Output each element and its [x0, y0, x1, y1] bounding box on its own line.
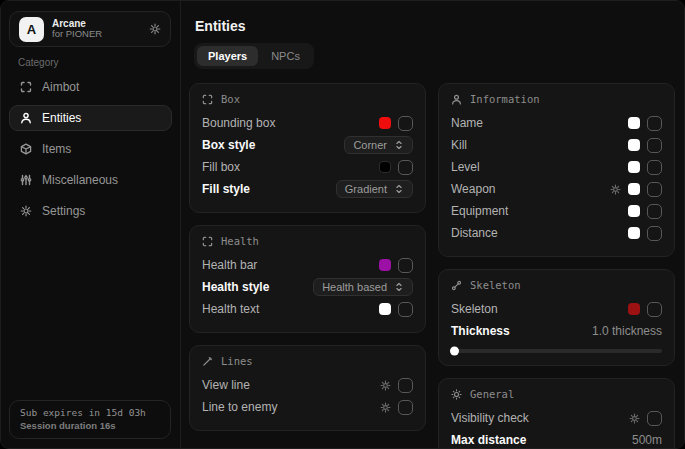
box-card: Box Bounding box Box style Corner [189, 83, 426, 213]
sidebar-item-aimbot[interactable]: Aimbot [9, 74, 172, 100]
bone-icon [451, 280, 462, 291]
setting-label: Health bar [202, 258, 257, 272]
max-distance-value: 500m [632, 433, 662, 447]
session-duration-text: Session duration 16s [20, 420, 160, 431]
main-panel: Entities Players NPCs Box Bounding box [181, 1, 684, 448]
health-card: Health Health bar Health style Health ba… [189, 225, 426, 333]
line-to-enemy-checkbox[interactable] [398, 400, 413, 415]
color-swatch[interactable] [628, 205, 640, 217]
level-checkbox[interactable] [647, 160, 662, 175]
brand-text: Arcane for PIONER [52, 18, 141, 40]
color-swatch[interactable] [628, 117, 640, 129]
health-style-dropdown[interactable]: Health based [313, 278, 413, 296]
setting-row: Level [451, 156, 662, 178]
scan-icon [19, 81, 32, 93]
left-column: Box Bounding box Box style Corner [189, 83, 426, 449]
distance-checkbox[interactable] [647, 226, 662, 241]
person-icon [451, 94, 462, 105]
tab-players[interactable]: Players [197, 46, 258, 66]
setting-row: Name [451, 112, 662, 134]
color-swatch[interactable] [379, 259, 391, 271]
sidebar-item-label: Items [42, 142, 71, 156]
card-title: Box [221, 93, 240, 105]
setting-label: Skeleton [451, 302, 498, 316]
subscription-info-card: Sub expires in 15d 03h Session duration … [9, 400, 171, 439]
sidebar-item-label: Entities [42, 111, 81, 125]
cube-icon [19, 143, 32, 155]
general-card: General Visibility check Max distance 50… [438, 378, 675, 449]
setting-row: Health bar [202, 254, 413, 276]
name-checkbox[interactable] [647, 116, 662, 131]
setting-label: Visibility check [451, 411, 529, 425]
setting-row: Skeleton [451, 298, 662, 320]
color-swatch[interactable] [628, 161, 640, 173]
setting-label: Max distance [451, 433, 526, 447]
setting-row: Thickness 1.0 thickness [451, 320, 662, 342]
setting-row: View line [202, 374, 413, 396]
color-swatch[interactable] [379, 161, 391, 173]
scan-icon [202, 94, 213, 105]
setting-row: Kill [451, 134, 662, 156]
category-label: Category [18, 57, 180, 68]
card-title: Skeleton [470, 279, 521, 291]
kill-checkbox[interactable] [647, 138, 662, 153]
health-text-checkbox[interactable] [398, 302, 413, 317]
setting-row: Health text [202, 298, 413, 320]
setting-row: Bounding box [202, 112, 413, 134]
sidebar: A Arcane for PIONER Category Aimbot Enti… [1, 1, 181, 448]
tab-npcs[interactable]: NPCs [260, 46, 311, 66]
weapon-checkbox[interactable] [647, 182, 662, 197]
setting-label: Level [451, 160, 480, 174]
gear-icon[interactable] [610, 184, 621, 195]
sidebar-item-label: Aimbot [42, 80, 79, 94]
color-swatch[interactable] [379, 303, 391, 315]
box-style-dropdown[interactable]: Corner [344, 136, 413, 154]
unfold-icon [394, 140, 404, 150]
unfold-icon [394, 282, 404, 292]
sidebar-item-miscellaneous[interactable]: Miscellaneous [9, 167, 172, 193]
slider-thumb[interactable] [450, 347, 459, 356]
dropdown-value: Gradient [345, 183, 387, 195]
fill-box-checkbox[interactable] [398, 160, 413, 175]
card-title: Lines [221, 355, 253, 367]
color-swatch[interactable] [628, 227, 640, 239]
setting-row: Fill box [202, 156, 413, 178]
visibility-check-checkbox[interactable] [647, 411, 662, 426]
skeleton-checkbox[interactable] [647, 302, 662, 317]
dropdown-value: Corner [353, 139, 387, 151]
setting-row: Visibility check [451, 407, 662, 429]
setting-label: Health text [202, 302, 259, 316]
sun-icon [451, 389, 462, 400]
settings-gear-icon[interactable] [149, 23, 161, 35]
view-line-checkbox[interactable] [398, 378, 413, 393]
sidebar-item-settings[interactable]: Settings [9, 198, 172, 224]
gear-icon[interactable] [380, 402, 391, 413]
health-bar-checkbox[interactable] [398, 258, 413, 273]
setting-label: Fill box [202, 160, 240, 174]
color-swatch[interactable] [379, 117, 391, 129]
thickness-value: 1.0 thickness [592, 324, 662, 338]
sidebar-item-items[interactable]: Items [9, 136, 172, 162]
app-logo: A [19, 17, 44, 42]
setting-label: View line [202, 378, 250, 392]
setting-label: Equipment [451, 204, 508, 218]
page-title: Entities [195, 18, 684, 34]
app-subtitle: for PIONER [52, 29, 141, 40]
setting-row: Equipment [451, 200, 662, 222]
color-swatch[interactable] [628, 139, 640, 151]
gear-icon[interactable] [629, 413, 640, 424]
bounding-box-checkbox[interactable] [398, 116, 413, 131]
information-card: Information Name Kill [438, 83, 675, 257]
pencil-icon [202, 356, 213, 367]
card-title: General [470, 388, 514, 400]
setting-label: Weapon [451, 182, 495, 196]
sidebar-item-entities[interactable]: Entities [9, 105, 172, 131]
fill-style-dropdown[interactable]: Gradient [336, 180, 413, 198]
scan-icon [202, 236, 213, 247]
setting-row: Distance [451, 222, 662, 244]
equipment-checkbox[interactable] [647, 204, 662, 219]
color-swatch[interactable] [628, 303, 640, 315]
thickness-slider[interactable] [451, 349, 662, 353]
color-swatch[interactable] [628, 183, 640, 195]
gear-icon[interactable] [380, 380, 391, 391]
